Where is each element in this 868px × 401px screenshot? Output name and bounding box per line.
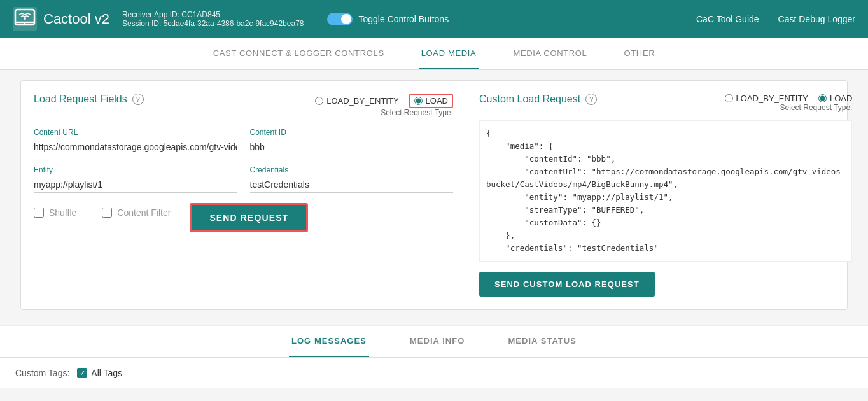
entity-field: Entity — [34, 165, 237, 193]
select-request-type-label: Select Request Type: — [381, 108, 453, 117]
main-content: Load Request Fields ? LOAD_BY_ENTITY LOA… — [0, 70, 868, 320]
content-url-label: Content URL — [34, 128, 237, 137]
custom-select-request-type-label: Select Request Type: — [780, 103, 853, 112]
tab-cast-connect[interactable]: CAST CONNECT & LOGGER CONTROLS — [211, 38, 387, 69]
cac-tool-guide-link[interactable]: CaC Tool Guide — [696, 14, 759, 24]
load-request-title: Load Request Fields ? — [34, 94, 144, 105]
entity-input[interactable] — [34, 177, 237, 193]
content-id-label: Content ID — [250, 128, 454, 137]
form-row-2: Entity Credentials — [34, 165, 453, 193]
all-tags-checkbox[interactable]: ✓ All Tags — [77, 368, 122, 378]
request-type-selector: LOAD_BY_ENTITY LOAD — [315, 94, 453, 108]
credentials-field: Credentials — [250, 165, 454, 193]
custom-request-type-selector: LOAD_BY_ENTITY LOAD — [725, 94, 853, 103]
custom-radio-load[interactable]: LOAD — [818, 94, 852, 103]
radio-load-by-entity[interactable]: LOAD_BY_ENTITY — [315, 96, 398, 106]
json-display: { "media": { "contentId": "bbb", "conten… — [479, 120, 852, 262]
toggle-label: Toggle Control Buttons — [359, 14, 449, 24]
header-nav: CaC Tool Guide Cast Debug Logger — [696, 14, 855, 24]
custom-load-title: Custom Load Request — [479, 94, 580, 105]
entity-label: Entity — [34, 165, 237, 174]
session-id: Session ID: 5cdae4fa-32aa-4386-ba2c-9fac… — [122, 19, 304, 28]
form-row-1: Content URL Content ID — [34, 128, 453, 155]
svg-point-2 — [24, 17, 26, 20]
tab-other[interactable]: OTHER — [621, 38, 657, 69]
content-url-field: Content URL — [34, 128, 237, 155]
content-url-input[interactable] — [34, 139, 237, 155]
main-card: Load Request Fields ? LOAD_BY_ENTITY LOA… — [20, 80, 848, 310]
logo-icon — [13, 7, 37, 31]
all-tags-check-icon: ✓ — [77, 368, 87, 378]
checkbox-row: Shuffle Content Filter — [34, 208, 171, 218]
receiver-app-id: Receiver App ID: CC1AD845 — [122, 10, 304, 19]
content-id-field: Content ID — [250, 128, 454, 155]
logo-text: Cactool v2 — [43, 11, 109, 27]
all-tags-label: All Tags — [91, 368, 122, 378]
tab-media-info[interactable]: MEDIA INFO — [407, 326, 467, 357]
content-id-input[interactable] — [250, 139, 454, 155]
tab-load-media[interactable]: LOAD MEDIA — [419, 38, 479, 69]
send-request-button[interactable]: SEND REQUEST — [190, 203, 308, 232]
radio-load-highlighted: LOAD — [409, 94, 453, 108]
header: Cactool v2 Receiver App ID: CC1AD845 Ses… — [0, 0, 868, 38]
bottom-content: Custom Tags: ✓ All Tags — [0, 358, 868, 388]
top-tabs-bar: CAST CONNECT & LOGGER CONTROLS LOAD MEDI… — [0, 38, 868, 70]
shuffle-checkbox[interactable]: Shuffle — [34, 208, 76, 218]
send-custom-load-button[interactable]: SEND CUSTOM LOAD REQUEST — [479, 272, 655, 297]
toggle-switch[interactable] — [327, 13, 353, 25]
logo: Cactool v2 — [13, 7, 109, 31]
tab-media-control[interactable]: MEDIA CONTROL — [510, 38, 589, 69]
custom-load-help-icon[interactable]: ? — [585, 94, 597, 105]
bottom-tabs-bar: LOG MESSAGES MEDIA INFO MEDIA STATUS — [0, 326, 868, 358]
content-filter-checkbox[interactable]: Content Filter — [102, 208, 171, 218]
credentials-label: Credentials — [250, 165, 454, 174]
right-panel: Custom Load Request ? LOAD_BY_ENTITY LOA… — [466, 94, 852, 297]
toggle-control[interactable]: Toggle Control Buttons — [327, 13, 449, 25]
header-info: Receiver App ID: CC1AD845 Session ID: 5c… — [122, 10, 304, 28]
load-request-help-icon[interactable]: ? — [132, 94, 144, 105]
tab-media-status[interactable]: MEDIA STATUS — [505, 326, 579, 357]
credentials-input[interactable] — [250, 177, 454, 193]
cast-debug-logger-link[interactable]: Cast Debug Logger — [778, 14, 855, 24]
custom-load-header: Custom Load Request ? — [479, 94, 597, 105]
tab-log-messages[interactable]: LOG MESSAGES — [289, 326, 369, 357]
custom-tags-label: Custom Tags: — [15, 368, 69, 378]
left-panel: Load Request Fields ? LOAD_BY_ENTITY LOA… — [34, 94, 466, 297]
custom-radio-load-by-entity[interactable]: LOAD_BY_ENTITY — [725, 94, 808, 103]
bottom-section: LOG MESSAGES MEDIA INFO MEDIA STATUS Cus… — [0, 325, 868, 388]
